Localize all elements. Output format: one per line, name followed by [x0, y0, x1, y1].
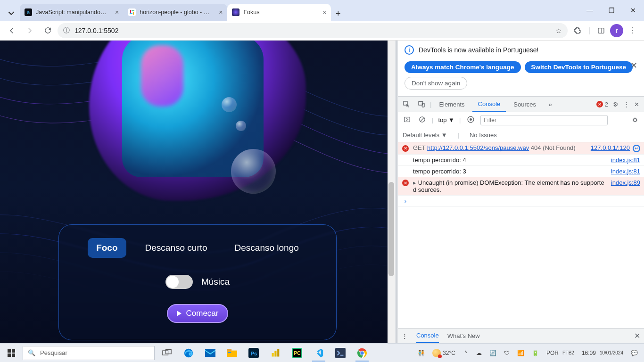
- site-info-icon[interactable]: ⓘ: [63, 26, 70, 35]
- browser-tab-1[interactable]: horizon-people - globo - Slack ×: [124, 4, 227, 21]
- tray-clock[interactable]: 16:0910/01/2024: [579, 350, 626, 356]
- tray-language[interactable]: PORPTB2: [544, 350, 577, 356]
- console-toolbar-secondary: Default levels ▼ | No Issues: [398, 128, 644, 142]
- maximize-button[interactable]: ❐: [601, 0, 622, 21]
- extensions-icon[interactable]: [570, 23, 586, 39]
- mode-descanso-curto[interactable]: Descanso curto: [137, 238, 216, 258]
- svg-rect-13: [12, 354, 15, 357]
- app-photoshop[interactable]: Ps: [243, 344, 264, 362]
- favicon: [128, 8, 136, 16]
- banner-close-icon[interactable]: ✕: [630, 60, 637, 71]
- app-mail[interactable]: [200, 344, 221, 362]
- tab-search-button[interactable]: [3, 6, 20, 21]
- tab-title: JavaScript: manipulando eleme: [36, 9, 107, 16]
- minimize-button[interactable]: ―: [579, 0, 601, 21]
- pill-dont-show[interactable]: Don't show again: [405, 77, 467, 90]
- favicon: a: [25, 8, 32, 16]
- tab-elements[interactable]: Elements: [433, 97, 470, 112]
- source-link[interactable]: index.js:89: [611, 179, 640, 186]
- tab-sources[interactable]: Sources: [508, 97, 542, 112]
- page-scrollbar[interactable]: [388, 41, 395, 343]
- svg-rect-29: [335, 348, 346, 358]
- devtools-drawer: ⋮ Console What's New ✕: [398, 328, 644, 343]
- close-icon[interactable]: ×: [110, 8, 119, 16]
- devtools-menu-icon[interactable]: ⋮: [623, 101, 629, 108]
- source-link[interactable]: index.js:81: [611, 156, 640, 164]
- mode-foco[interactable]: Foco: [88, 238, 126, 258]
- tray-security-icon[interactable]: 🛡: [502, 350, 512, 356]
- execution-context[interactable]: top ▼: [438, 116, 454, 123]
- bookmark-icon[interactable]: ☆: [556, 27, 562, 34]
- app-vscode[interactable]: [308, 344, 329, 362]
- live-expression-icon[interactable]: [465, 115, 476, 125]
- devtools-panel: i DevTools is now available in Portugues…: [398, 41, 644, 343]
- tray-notifications-icon[interactable]: 💬: [628, 350, 640, 356]
- drawer-close-icon[interactable]: ✕: [634, 331, 640, 340]
- drawer-tab-whatsnew[interactable]: What's New: [447, 332, 480, 339]
- app-terminal[interactable]: [330, 344, 351, 362]
- tray-battery-icon[interactable]: 🔋: [529, 350, 541, 356]
- console-settings-icon[interactable]: ⚙: [630, 116, 640, 123]
- log-message: tempo percorrido: 4: [413, 156, 607, 164]
- tray-people-icon[interactable]: 🧑‍🤝‍🧑: [415, 350, 427, 356]
- chrome-menu-icon[interactable]: ⋮: [624, 23, 640, 39]
- browser-tab-2[interactable]: Fokus ×: [227, 4, 331, 21]
- address-bar[interactable]: ⓘ 127.0.0.1:5502 ☆: [58, 23, 568, 38]
- app-chrome[interactable]: [352, 344, 372, 362]
- app-powerbi[interactable]: [265, 344, 286, 362]
- log-levels-dropdown[interactable]: Default levels ▼: [403, 132, 447, 139]
- drawer-tab-console[interactable]: Console: [416, 329, 439, 343]
- forward-button[interactable]: [22, 23, 38, 39]
- app-explorer[interactable]: [222, 344, 242, 362]
- sidepanel-icon[interactable]: [593, 23, 609, 39]
- play-icon: [177, 311, 182, 316]
- toggle-sidebar-icon[interactable]: [402, 116, 412, 124]
- console-input-prompt[interactable]: ›: [398, 196, 644, 207]
- settings-icon[interactable]: ⚙: [613, 101, 619, 108]
- profile-avatar[interactable]: r: [610, 24, 623, 37]
- source-link[interactable]: index.js:81: [611, 168, 640, 175]
- svg-rect-23: [272, 353, 274, 357]
- console-filter-input[interactable]: [480, 115, 608, 125]
- music-toggle[interactable]: [165, 275, 193, 289]
- close-window-button[interactable]: ✕: [622, 0, 644, 21]
- tab-console[interactable]: Console: [472, 97, 506, 112]
- close-icon[interactable]: ×: [214, 8, 223, 16]
- console-toolbar: | top ▼ | ⚙: [398, 112, 644, 128]
- search-icon: 🔍: [28, 349, 35, 356]
- new-tab-button[interactable]: +: [331, 7, 345, 21]
- tray-onedrive-icon[interactable]: ☁: [474, 350, 484, 356]
- search-placeholder: Pesquisar: [40, 349, 67, 356]
- start-button[interactable]: Começar: [167, 304, 228, 323]
- source-link[interactable]: 127.0.0.1/:120: [591, 144, 630, 151]
- close-icon[interactable]: ×: [318, 8, 326, 16]
- app-edge[interactable]: [178, 344, 199, 362]
- back-button[interactable]: [4, 23, 20, 39]
- issues-link[interactable]: No Issues: [470, 132, 497, 139]
- drawer-menu-icon[interactable]: ⋮: [402, 332, 408, 339]
- tray-weather[interactable]: 32°C: [430, 349, 458, 357]
- wrap-icon: ↩: [633, 145, 640, 152]
- start-button[interactable]: [0, 349, 23, 357]
- tab-title: horizon-people - globo - Slack: [140, 9, 210, 16]
- device-toolbar-icon[interactable]: [415, 100, 428, 108]
- url-text: 127.0.0.1:5502: [74, 27, 118, 34]
- app-pycharm[interactable]: PC: [287, 344, 307, 362]
- mode-descanso-longo[interactable]: Descanso longo: [226, 238, 307, 258]
- window-controls: ― ❐ ✕: [579, 0, 644, 21]
- svg-rect-24: [274, 351, 276, 357]
- error-count-badge[interactable]: ✕2: [596, 101, 608, 108]
- pill-always-match[interactable]: Always match Chrome's language: [405, 61, 521, 73]
- task-view-icon[interactable]: [157, 344, 177, 362]
- tray-sync-icon[interactable]: 🔄: [487, 350, 499, 356]
- taskbar-search[interactable]: 🔍 Pesquisar: [23, 346, 155, 360]
- tray-chevron-icon[interactable]: ＾: [461, 349, 471, 357]
- reload-button[interactable]: [40, 23, 56, 39]
- more-tabs-icon[interactable]: »: [544, 101, 557, 108]
- inspect-element-icon[interactable]: [400, 100, 413, 108]
- browser-tab-0[interactable]: a JavaScript: manipulando eleme ×: [20, 4, 124, 21]
- tray-wifi-icon[interactable]: 📶: [515, 350, 527, 356]
- pill-switch-portuguese[interactable]: Switch DevTools to Portuguese: [525, 61, 633, 73]
- clear-console-icon[interactable]: [417, 116, 427, 124]
- devtools-close-icon[interactable]: ✕: [634, 101, 639, 108]
